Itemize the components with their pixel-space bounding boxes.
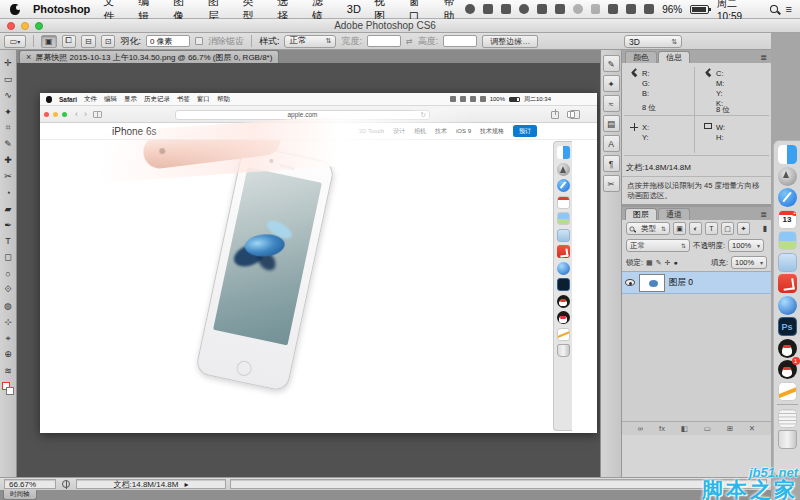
width-input[interactable] — [367, 35, 401, 47]
shield-icon[interactable] — [519, 4, 529, 14]
height-input[interactable] — [443, 35, 477, 47]
wifi-icon[interactable] — [626, 4, 636, 14]
filter-adjustment-layers-button[interactable]: ◐ — [689, 222, 702, 235]
workspace-switcher[interactable]: 3D ⇅ — [624, 35, 682, 48]
tab-layers[interactable]: 图层 — [625, 208, 657, 220]
mirroring-icon[interactable] — [555, 4, 565, 14]
dodge-tool[interactable]: ⊹ — [1, 314, 16, 330]
paragraph-panel-button[interactable]: ¶ — [603, 155, 620, 172]
marquee-tool[interactable]: ▭ — [1, 71, 16, 87]
safari-icon[interactable] — [778, 188, 797, 207]
apple-menu-icon[interactable] — [10, 4, 20, 15]
zoom-tool[interactable]: ⊕ — [1, 346, 16, 362]
lock-pixels-button[interactable]: ✎ — [656, 259, 662, 267]
link-layers-button[interactable]: ∞ — [638, 424, 643, 433]
mini-bridge-icon[interactable] — [62, 480, 70, 488]
adjustments-panel-button[interactable]: ▤ — [603, 115, 620, 132]
shape-tool[interactable]: ◻ — [1, 249, 16, 265]
brush-presets-panel-button[interactable]: ✦ — [603, 75, 620, 92]
new-selection-button[interactable]: ▣ — [41, 35, 57, 48]
gradient-tool[interactable]: ▰ — [1, 201, 16, 217]
character-panel-button[interactable]: A — [603, 135, 620, 152]
layer-thumbnail[interactable] — [639, 274, 665, 292]
adjustment-layer-button[interactable]: ▭ — [704, 424, 711, 433]
finder-icon[interactable] — [778, 145, 797, 164]
filter-toggle[interactable]: ▮ — [763, 224, 767, 233]
ellipse-tool[interactable]: ○ — [1, 265, 16, 281]
lock-transparent-button[interactable]: ▦ — [646, 259, 653, 267]
tab-color[interactable]: 颜色 — [625, 51, 657, 63]
battery-icon[interactable] — [690, 5, 709, 14]
type-tool[interactable]: T — [1, 233, 16, 249]
opacity-select[interactable]: 100% ▾ — [728, 239, 764, 252]
spotlight-search-icon[interactable] — [770, 5, 778, 13]
notes-paint-icon[interactable] — [778, 382, 797, 401]
history-brush-tool[interactable]: ◔ — [1, 185, 16, 201]
layer-filter-select[interactable]: 类型 ⇅ — [626, 222, 670, 235]
refine-edge-button[interactable]: 调整边缘… — [482, 35, 538, 48]
3d-panel-button[interactable]: ✂ — [603, 175, 620, 192]
browser-sphere-icon[interactable] — [778, 296, 797, 315]
layer-name[interactable]: 图层 0 — [669, 277, 693, 289]
clone-source-panel-button[interactable]: ≈ — [603, 95, 620, 112]
lasso-tool[interactable]: ∿ — [1, 87, 16, 103]
keyboard-grid-icon[interactable] — [644, 4, 654, 14]
tab-channels[interactable]: 通道 — [658, 208, 690, 220]
fill-select[interactable]: 100% ▾ — [731, 256, 767, 269]
menu-3d[interactable]: 3D — [347, 3, 361, 15]
display-icon[interactable] — [537, 4, 547, 14]
download-app-icon[interactable] — [778, 274, 797, 293]
background-color-swatch[interactable] — [6, 387, 14, 395]
hand-tool[interactable]: ≋ — [1, 363, 16, 379]
feather-input[interactable]: 0 像素 — [146, 35, 190, 47]
clone-stamp-tool[interactable]: ✂ — [1, 168, 16, 184]
layer-style-button[interactable]: fx — [659, 424, 665, 433]
tab-info[interactable]: 信息 — [658, 51, 690, 63]
qq-icon-2[interactable]: 1 — [778, 360, 797, 379]
canvas-area[interactable]: Safari 文件 编辑 显示 历史记录 书签 窗口 帮助 100% 周二10:… — [17, 63, 600, 477]
filter-type-layers-button[interactable]: T — [705, 222, 718, 235]
zoom-level-field[interactable]: 66.67% — [4, 479, 56, 489]
folders-icon[interactable] — [778, 253, 797, 272]
link-dimensions-icon[interactable]: ⇄ — [406, 37, 413, 46]
pen-tool[interactable]: ✒ — [1, 217, 16, 233]
lock-position-button[interactable]: ✛ — [665, 259, 671, 267]
notification-icon[interactable] — [483, 4, 493, 14]
filter-smart-objects-button[interactable]: ✦ — [737, 222, 750, 235]
crop-tool[interactable]: ⌗ — [1, 120, 16, 136]
document-size-field[interactable]: 文档:14.8M/14.8M ▸ — [76, 479, 226, 489]
user-status-icon[interactable] — [465, 4, 475, 14]
sync-icon[interactable] — [573, 4, 583, 14]
document-tab[interactable]: × 屏幕快照 2015-10-13 上午10.34.50.png @ 66.7%… — [19, 50, 279, 63]
new-layer-button[interactable]: ⊞ — [727, 424, 733, 433]
notification-center-icon[interactable]: ≡ — [786, 4, 792, 15]
style-select[interactable]: 正常 ⇅ — [284, 35, 336, 48]
intersect-selection-button[interactable]: ⊡ — [101, 35, 116, 48]
blend-mode-select[interactable]: 正常 ⇅ — [626, 239, 690, 252]
launchpad-icon[interactable] — [778, 167, 797, 186]
tool-preset-picker[interactable]: ▭ ▾ — [4, 35, 26, 48]
calendar-icon[interactable]: 13 1 — [778, 210, 797, 229]
app-menu[interactable]: Photoshop — [33, 3, 90, 15]
panel-menu-icon[interactable]: ≣ — [760, 210, 767, 219]
panel-menu-icon[interactable]: ≣ — [760, 53, 767, 62]
layer-visibility-eye-icon[interactable] — [625, 279, 635, 286]
photoshop-dock-icon[interactable]: Ps — [778, 317, 797, 336]
input-method-icon[interactable] — [501, 4, 511, 14]
eyedropper-tool[interactable]: ✎ — [1, 136, 16, 152]
healing-tool[interactable]: ✚ — [1, 152, 16, 168]
close-tab-icon[interactable]: × — [26, 52, 31, 62]
filter-shape-layers-button[interactable]: ▢ — [721, 222, 734, 235]
accessibility-icon[interactable] — [591, 4, 601, 14]
qq-icon[interactable] — [778, 339, 797, 358]
photos-icon[interactable] — [778, 231, 797, 250]
layer-row-selected[interactable]: 图层 0 — [622, 272, 771, 294]
filter-pixel-layers-button[interactable]: ▣ — [673, 222, 686, 235]
status-arrow-icon[interactable]: ▸ — [184, 480, 188, 489]
add-selection-button[interactable]: ⧠ — [62, 35, 76, 48]
window-titlebar[interactable]: Adobe Photoshop CS6 — [0, 19, 800, 33]
layer-mask-button[interactable]: ◧ — [681, 424, 688, 433]
color-swatches[interactable] — [2, 382, 15, 396]
brush-panel-button[interactable]: ✎ — [603, 55, 620, 72]
blur-tool[interactable]: ◍ — [1, 298, 16, 314]
